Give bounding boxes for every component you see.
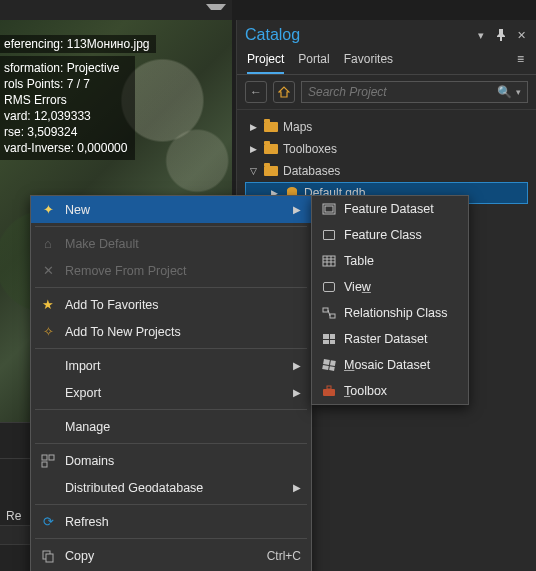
submenu-toolbox[interactable]: Toolbox [312, 378, 468, 404]
tree-toolboxes[interactable]: ▶ Toolboxes [241, 138, 532, 160]
menu-label: Refresh [65, 515, 109, 529]
svg-rect-0 [42, 455, 47, 460]
info-line: rols Points: 7 / 7 [4, 76, 127, 92]
toolbox-icon [320, 383, 338, 399]
folder-icon [263, 164, 279, 178]
menu-export[interactable]: Export ▶ [31, 379, 311, 406]
submenu-feature-dataset[interactable]: Feature Dataset [312, 196, 468, 222]
menu-add-new-projects[interactable]: ✧ Add To New Projects [31, 318, 311, 345]
tree-databases[interactable]: ▽ Databases [241, 160, 532, 182]
menu-make-default: ⌂ Make Default [31, 230, 311, 257]
search-input[interactable] [308, 85, 497, 99]
tree-label: Toolboxes [283, 142, 337, 156]
separator [35, 409, 307, 410]
autohide-toggle-icon[interactable]: ▾ [474, 28, 488, 42]
svg-rect-14 [323, 308, 328, 312]
search-box[interactable]: 🔍 ▾ [301, 81, 528, 103]
info-line: sformation: Projective [4, 60, 127, 76]
menu-label: Export [65, 386, 101, 400]
new-submenu: Feature Dataset Feature Class Table View… [311, 195, 469, 405]
menu-label: Distributed Geodatabase [65, 481, 203, 495]
tree-label: Maps [283, 120, 312, 134]
svg-rect-2 [42, 462, 47, 467]
folder-icon [263, 120, 279, 134]
star-icon: ★ [39, 296, 57, 314]
mosaic-icon [320, 357, 338, 373]
search-dropdown-icon[interactable]: ▾ [516, 87, 521, 97]
new-icon: ✦ [39, 201, 57, 219]
submenu-table[interactable]: Table [312, 248, 468, 274]
georef-title: eferencing: 113Монино.jpg [0, 35, 156, 53]
menu-domains[interactable]: Domains [31, 447, 311, 474]
tab-favorites[interactable]: Favorites [344, 48, 393, 74]
tree-label: Databases [283, 164, 340, 178]
tab-project[interactable]: Project [247, 48, 284, 74]
menu-manage[interactable]: Manage [31, 413, 311, 440]
info-line: rse: 3,509324 [4, 124, 127, 140]
table-icon [320, 253, 338, 269]
back-button[interactable]: ← [245, 81, 267, 103]
menu-label: Add To Favorites [65, 298, 159, 312]
menu-import[interactable]: Import ▶ [31, 352, 311, 379]
catalog-title: Catalog [245, 26, 468, 44]
view-icon [320, 279, 338, 295]
refresh-icon: ⟳ [39, 513, 57, 531]
menu-refresh[interactable]: ⟳ Refresh [31, 508, 311, 535]
feature-class-icon [320, 227, 338, 243]
menu-new[interactable]: ✦ New ▶ [31, 196, 311, 223]
pin-icon[interactable] [494, 28, 508, 42]
svg-line-16 [328, 310, 330, 316]
separator [35, 504, 307, 505]
separator [35, 443, 307, 444]
separator [35, 287, 307, 288]
feature-dataset-icon [320, 201, 338, 217]
expand-icon[interactable]: ▶ [247, 122, 259, 132]
svg-rect-9 [323, 256, 335, 266]
catalog-tabs: Project Portal Favorites ≡ [237, 44, 536, 75]
menu-icon[interactable]: ≡ [515, 48, 526, 74]
folder-icon [263, 142, 279, 156]
submenu-label: View [344, 280, 371, 294]
info-line: vard-Inverse: 0,000000 [4, 140, 127, 156]
svg-rect-1 [49, 455, 54, 460]
menu-add-favorites[interactable]: ★ Add To Favorites [31, 291, 311, 318]
menu-label: Domains [65, 454, 114, 468]
home-button[interactable] [273, 81, 295, 103]
search-icon[interactable]: 🔍 [497, 85, 512, 99]
svg-rect-17 [323, 389, 335, 396]
remove-icon: ✕ [39, 262, 57, 280]
tab-portal[interactable]: Portal [298, 48, 329, 74]
relationship-icon [320, 305, 338, 321]
context-menu: ✦ New ▶ ⌂ Make Default ✕ Remove From Pro… [30, 195, 312, 571]
menu-label: Manage [65, 420, 110, 434]
blank-icon [39, 479, 57, 497]
separator [35, 538, 307, 539]
separator [35, 348, 307, 349]
menu-label: Remove From Project [65, 264, 187, 278]
svg-rect-8 [325, 206, 333, 212]
raster-icon [320, 331, 338, 347]
menu-label: New [65, 203, 90, 217]
submenu-raster-dataset[interactable]: Raster Dataset [312, 326, 468, 352]
blank-icon [39, 384, 57, 402]
collapse-icon[interactable]: ▽ [247, 166, 259, 176]
expand-icon[interactable]: ▶ [247, 144, 259, 154]
menu-dist-gdb[interactable]: Distributed Geodatabase ▶ [31, 474, 311, 501]
star-add-icon: ✧ [39, 323, 57, 341]
submenu-arrow-icon: ▶ [293, 482, 301, 493]
svg-rect-18 [327, 386, 331, 389]
menu-copy[interactable]: Copy Ctrl+C [31, 542, 311, 569]
close-icon[interactable]: ✕ [514, 28, 528, 42]
submenu-arrow-icon: ▶ [293, 204, 301, 215]
georef-info: sformation: Projective rols Points: 7 / … [0, 56, 135, 160]
submenu-feature-class[interactable]: Feature Class [312, 222, 468, 248]
submenu-mosaic-dataset[interactable]: Mosaic Dataset [312, 352, 468, 378]
submenu-relationship-class[interactable]: Relationship Class [312, 300, 468, 326]
submenu-view[interactable]: View [312, 274, 468, 300]
submenu-arrow-icon: ▶ [293, 387, 301, 398]
submenu-label: Feature Class [344, 228, 422, 242]
tree-maps[interactable]: ▶ Maps [241, 116, 532, 138]
submenu-label: Relationship Class [344, 306, 448, 320]
menu-label: Make Default [65, 237, 139, 251]
bottom-label: Re [6, 509, 21, 523]
